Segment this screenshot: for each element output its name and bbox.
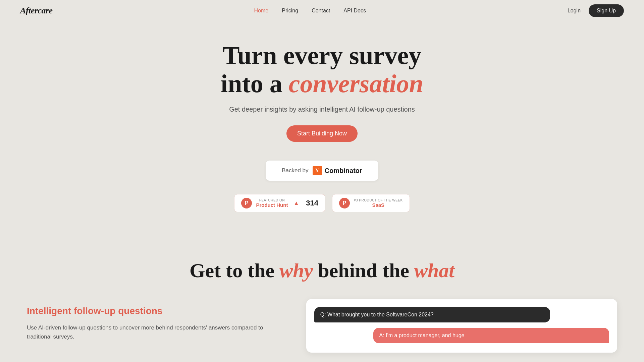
login-link[interactable]: Login <box>568 8 581 14</box>
chat-window: Q: What brought you to the SoftwareCon 2… <box>306 299 617 353</box>
hero-title-italic: conversation <box>289 69 423 98</box>
title-what: what <box>414 259 454 282</box>
title-middle: behind the <box>313 259 414 282</box>
product-hunt-icon: P <box>241 198 252 208</box>
badge-week-label: #3 PRODUCT OF THE WEEK <box>354 198 403 202</box>
hero-title-line2-prefix: into a <box>221 69 289 98</box>
chat-answer: A: I'm a product manager, and huge <box>373 328 609 343</box>
badge-saas-name: SaaS <box>354 202 403 208</box>
badge-featured-label: FEATURED ON <box>256 198 288 202</box>
backed-by-badge: Backed by Y Combinator <box>266 161 378 181</box>
navbar: Aftercare Home Pricing Contact API Docs … <box>0 0 644 21</box>
nav-pricing[interactable]: Pricing <box>282 8 298 13</box>
yc-icon: Y <box>313 166 322 175</box>
section2-title: Get to the why behind the what <box>27 259 617 282</box>
product-hunt-badge[interactable]: P FEATURED ON Product Hunt ▲ 314 <box>234 194 325 212</box>
saas-info: #3 PRODUCT OF THE WEEK SaaS <box>354 198 403 208</box>
chat-demo: Q: What brought you to the SoftwareCon 2… <box>306 299 617 353</box>
nav-api-docs[interactable]: API Docs <box>343 8 366 13</box>
nav-links: Home Pricing Contact API Docs <box>254 8 366 14</box>
nav-home[interactable]: Home <box>254 8 269 13</box>
hero-title-line1: Turn every survey <box>223 41 422 69</box>
award-badges: P FEATURED ON Product Hunt ▲ 314 P #3 PR… <box>234 194 410 212</box>
feature-title: Intelligent follow-up questions <box>27 306 286 316</box>
logo-text: Aftercare <box>20 6 53 15</box>
badge-count: 314 <box>306 199 318 207</box>
cta-button[interactable]: Start Building Now <box>286 125 358 142</box>
title-prefix: Get to the <box>190 259 279 282</box>
feature-body: Use AI-driven follow-up questions to unc… <box>27 323 286 341</box>
yc-name: Combinator <box>325 167 362 175</box>
backed-by-text: Backed by <box>282 167 308 174</box>
section2-content: Intelligent follow-up questions Use AI-d… <box>27 299 617 353</box>
feature-description: Intelligent follow-up questions Use AI-d… <box>27 299 286 341</box>
logo[interactable]: Aftercare <box>20 6 53 16</box>
hero-title: Turn every survey into a conversation <box>221 42 423 98</box>
signup-button[interactable]: Sign Up <box>589 4 624 17</box>
nav-contact[interactable]: Contact <box>312 8 330 13</box>
saas-icon: P <box>339 198 350 208</box>
yc-logo: Y Combinator <box>313 166 362 175</box>
upvote-arrow: ▲ <box>293 200 299 207</box>
nav-right: Login Sign Up <box>568 4 624 17</box>
hero-section: Turn every survey into a conversation Ge… <box>0 21 644 246</box>
badge-product-hunt-name: Product Hunt <box>256 202 288 208</box>
hero-subtitle: Get deeper insights by asking intelligen… <box>229 106 415 113</box>
chat-question: Q: What brought you to the SoftwareCon 2… <box>314 307 550 322</box>
saas-badge[interactable]: P #3 PRODUCT OF THE WEEK SaaS <box>332 194 410 212</box>
why-what-section: Get to the why behind the what Intellige… <box>0 246 644 359</box>
product-hunt-info: FEATURED ON Product Hunt <box>256 198 288 208</box>
title-why: why <box>279 259 313 282</box>
